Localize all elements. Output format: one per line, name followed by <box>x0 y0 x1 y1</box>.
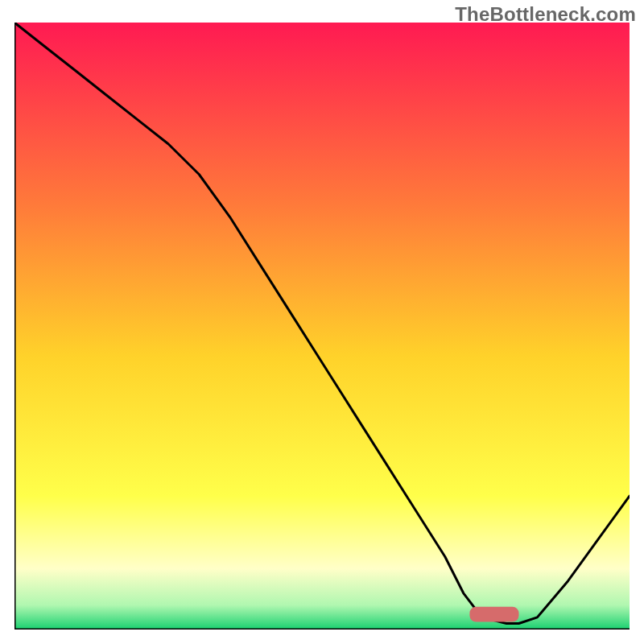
watermark-label: TheBottleneck.com <box>455 3 636 26</box>
bottleneck-chart <box>14 23 630 630</box>
optimal-marker <box>469 607 518 622</box>
chart-area <box>14 23 630 630</box>
chart-container: TheBottleneck.com <box>0 0 644 644</box>
gradient-background <box>14 23 630 630</box>
